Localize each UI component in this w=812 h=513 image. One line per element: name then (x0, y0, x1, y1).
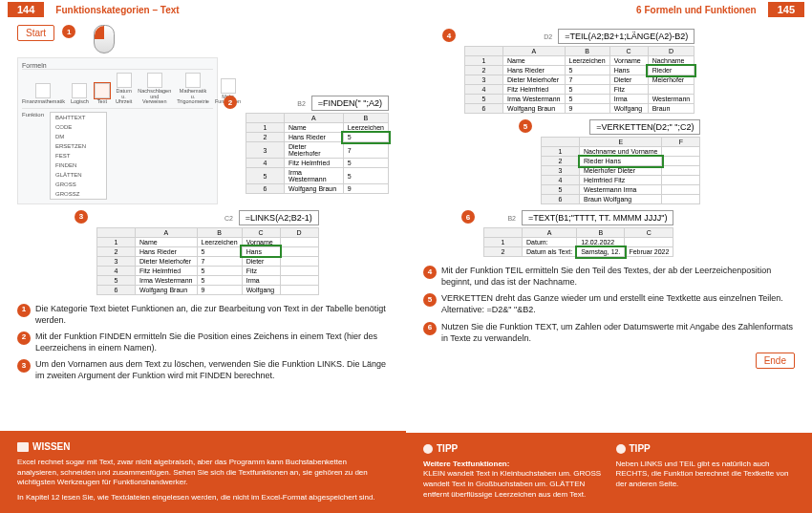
ribbon-label: Funktion (22, 112, 44, 118)
step-marker-5: 5 (519, 119, 532, 133)
bulb-icon (616, 444, 626, 454)
tipp-box: TIPP Weitere Textfunktionen: KLEIN wande… (406, 433, 812, 513)
step-marker-3: 3 (75, 210, 88, 224)
desc-item: 2Mit der Funktion FINDEN ermitteln Sie d… (17, 331, 389, 353)
desc-item: 5VERKETTEN dreht das Ganze wieder um und… (423, 292, 795, 315)
wissen-text-1: Excel rechnet sogar mit Text, zwar nicht… (17, 458, 389, 488)
table-3: ABCD1NameLeerzeichenVorname2Hans Rieder5… (96, 227, 319, 295)
right-header: 6 Formeln und Funktionen 145 (406, 0, 812, 19)
start-button[interactable]: Start (17, 25, 54, 41)
table-2: AB1NameLeerzeichen2Hans Rieder53Dieter M… (246, 113, 389, 194)
ribbon-row: FinanzmathematikLogischTextDatum u. Uhrz… (22, 73, 213, 109)
page-number-right: 145 (768, 2, 804, 17)
ribbon-tab: Formeln (22, 62, 213, 70)
desc-item: 4Mit der Funktion TEIL ermitteln Sie den… (423, 265, 795, 288)
wissen-text-2: In Kapitel 12 lesen Sie, wie Textdateien… (17, 493, 389, 503)
desc-item: 1Die Kategorie Text bietet Funktionen an… (17, 303, 389, 326)
desc-item: 6Nutzen Sie die Funktion TEXT, um Zahlen… (423, 321, 795, 344)
step-marker-4: 4 (442, 29, 456, 42)
ribbon-mock: Formeln FinanzmathematikLogischTextDatum… (17, 57, 218, 204)
book-icon (17, 442, 29, 452)
text-function-menu[interactable]: BAHTTEXTCODEDMERSETZENFESTFINDENGLÄTTENG… (50, 112, 107, 200)
step-marker-2: 2 (224, 96, 237, 109)
ende-button[interactable]: Ende (756, 353, 795, 369)
mouse-icon (94, 25, 115, 53)
tipp1-head: Weitere Textfunktionen: (423, 460, 603, 470)
table-4: ABCD1NameLeerzeichenVornameNachname2Hans… (464, 46, 694, 114)
formula-3: =LINKS(A2;B2-1) (239, 210, 319, 225)
bulb-icon (423, 444, 433, 454)
step-marker-6: 6 (461, 210, 475, 224)
section-title-right: 6 Formeln und Funktionen (636, 5, 757, 15)
tipp1-text: KLEIN wandelt Text in Kleinbuchstaben um… (423, 469, 603, 500)
step-marker-1: 1 (62, 25, 75, 38)
wissen-box: WISSEN Excel rechnet sogar mit Text, zwa… (0, 431, 406, 513)
formula-6: =TEXT(B1;"TTTT, TT. MMMM JJJJ") (522, 210, 673, 225)
formula-2: =FINDEN(" ";A2) (311, 96, 389, 111)
table-5: EF1Nachname und Vorname2Rieder Hans3Meie… (541, 137, 700, 204)
formula-4: =TEIL(A2;B2+1;LÄNGE(A2)-B2) (558, 29, 694, 44)
section-title-left: Funktionskategorien – Text (55, 5, 179, 15)
right-page: 6 Formeln und Funktionen 145 4 D2=TEIL(A… (406, 0, 812, 513)
tipp-title-1: TIPP (437, 442, 458, 456)
page-number-left: 144 (8, 2, 44, 17)
table-6: ABC1Datum:12.02.20222Datum als Text:Sams… (483, 227, 673, 257)
desc-item: 3Um den Vornamen aus dem Text zu löschen… (17, 358, 389, 381)
wissen-title: WISSEN (32, 440, 70, 454)
formula-5: =VERKETTEN(D2;" ";C2) (589, 119, 700, 135)
tipp2-text: Neben LINKS und TEIL gibt es natürlich a… (616, 460, 796, 490)
left-page: 144 Funktionskategorien – Text Start 1 F… (0, 0, 406, 513)
tipp-title-2: TIPP (630, 442, 651, 456)
left-header: 144 Funktionskategorien – Text (0, 0, 406, 19)
